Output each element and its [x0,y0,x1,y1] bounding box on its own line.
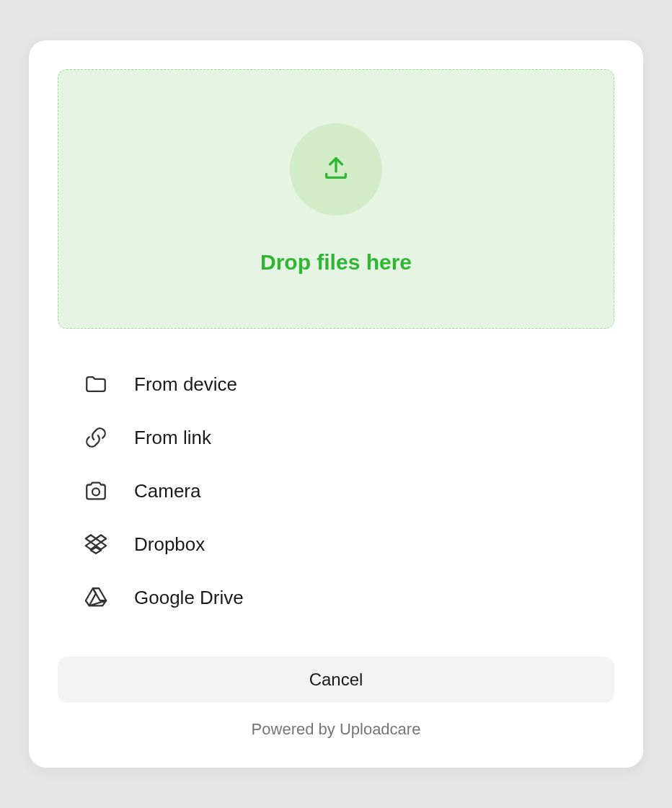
source-item-device[interactable]: From device [58,358,614,411]
dropbox-icon [84,532,108,556]
gdrive-icon [84,585,108,610]
footer: Powered by Uploadcare [58,720,614,739]
source-list: From device From link Camera [58,358,614,624]
dropzone-text: Drop files here [260,250,412,275]
source-label: Camera [134,480,200,502]
dropzone[interactable]: Drop files here [58,69,614,329]
source-item-link[interactable]: From link [58,411,614,464]
upload-icon-circle [290,123,382,216]
cancel-button[interactable]: Cancel [58,657,614,703]
upload-icon [322,154,350,185]
source-item-gdrive[interactable]: Google Drive [58,571,614,624]
source-label: Google Drive [134,587,244,609]
source-item-dropbox[interactable]: Dropbox [58,518,614,571]
source-label: From link [134,427,211,449]
source-label: From device [134,373,237,396]
svg-point-0 [92,488,100,495]
folder-icon [84,372,108,396]
powered-by-text: Powered by Uploadcare [252,720,421,738]
source-item-camera[interactable]: Camera [58,464,614,518]
camera-icon [84,479,108,503]
link-icon [84,425,108,450]
source-label: Dropbox [134,533,205,556]
upload-modal: Drop files here From device From link [29,40,643,768]
